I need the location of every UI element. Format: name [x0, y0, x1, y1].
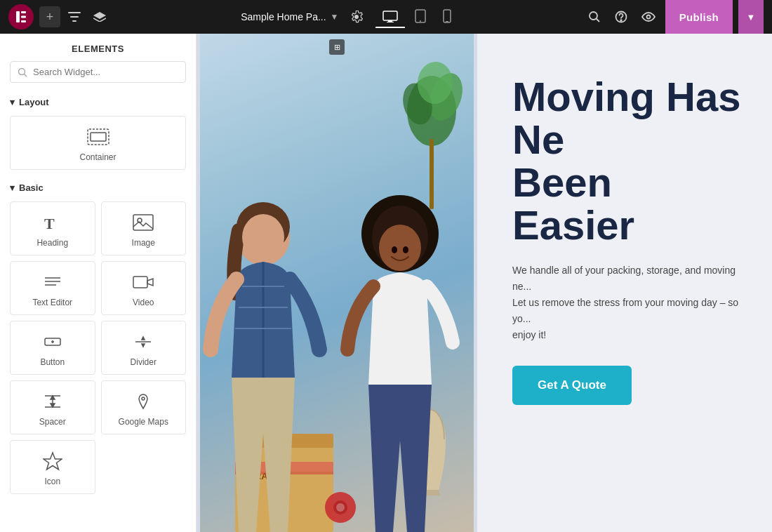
layout-section-arrow-icon: ▾	[10, 97, 15, 107]
top-bar: + Sample Home Pa... ▼	[0, 0, 772, 34]
right-content-panel: Moving Has NeBeen Easier We handle all o…	[477, 34, 772, 532]
video-label: Video	[133, 298, 154, 307]
svg-rect-3	[21, 20, 26, 22]
svg-rect-23	[91, 133, 106, 141]
heading-label: Heading	[36, 238, 68, 248]
settings-icon[interactable]	[346, 6, 367, 27]
video-icon	[131, 272, 156, 293]
widget-heading[interactable]: T Heading	[10, 201, 95, 255]
spacer-label: Spacer	[39, 417, 66, 427]
svg-rect-30	[133, 277, 147, 288]
page-name-button[interactable]: Sample Home Pa... ▼	[234, 7, 345, 27]
page-name-chevron-icon: ▼	[331, 12, 339, 22]
canvas-frame-wrapper: FRAGILE	[197, 34, 477, 532]
svg-line-21	[25, 74, 27, 77]
layout-widget-grid: Container	[0, 113, 196, 177]
publish-button[interactable]: Publish	[665, 0, 733, 34]
widget-container[interactable]: Container	[10, 116, 186, 170]
button-label: Button	[40, 357, 65, 367]
svg-point-67	[392, 246, 397, 253]
widget-button[interactable]: Button	[10, 321, 95, 375]
widget-google-maps[interactable]: Google Maps	[101, 380, 187, 434]
svg-rect-13	[444, 10, 451, 22]
divider-icon	[131, 331, 156, 352]
svg-marker-42	[44, 453, 62, 470]
svg-point-18	[620, 20, 622, 21]
tablet-view-button[interactable]	[408, 5, 433, 29]
widget-spacer[interactable]: Spacer	[10, 380, 95, 434]
svg-rect-4	[68, 12, 81, 13]
publish-dropdown-button[interactable]: ▼	[738, 0, 764, 34]
top-bar-icons-group	[66, 8, 108, 25]
google-maps-icon	[131, 391, 156, 412]
text-editor-icon	[40, 272, 65, 293]
elementor-logo[interactable]	[8, 4, 34, 29]
svg-rect-25	[133, 215, 153, 230]
widget-image[interactable]: Image	[101, 201, 187, 255]
canvas-frame: FRAGILE	[200, 34, 474, 532]
svg-rect-10	[387, 22, 394, 22]
mobile-view-button[interactable]	[436, 5, 458, 29]
layers-icon[interactable]	[91, 8, 108, 25]
svg-marker-7	[93, 12, 106, 19]
device-icons-group	[375, 5, 458, 29]
top-bar-right: Publish ▼	[584, 0, 764, 34]
spacer-icon	[40, 391, 65, 412]
svg-text:T: T	[44, 215, 55, 232]
main-layout: Elements ▾ Layout	[0, 34, 772, 532]
basic-section-header[interactable]: ▾ Basic	[0, 177, 196, 199]
canvas-area: FRAGILE	[197, 34, 772, 532]
widget-text-editor[interactable]: Text Editor	[10, 261, 95, 315]
basic-widget-grid: T Heading Image	[0, 199, 196, 501]
image-icon	[131, 212, 156, 233]
svg-rect-9	[388, 20, 392, 22]
heading-icon: T	[40, 212, 65, 233]
svg-point-41	[142, 397, 145, 400]
text-editor-label: Text Editor	[32, 298, 72, 307]
elements-sidebar: Elements ▾ Layout	[0, 34, 197, 532]
layout-section-header[interactable]: ▾ Layout	[0, 91, 196, 113]
search-bar[interactable]	[10, 61, 186, 83]
container-label: Container	[79, 152, 116, 162]
svg-point-19	[646, 15, 650, 19]
widget-icon[interactable]: Icon	[10, 440, 95, 494]
widget-divider[interactable]: Divider	[101, 321, 187, 375]
search-widget-input[interactable]	[33, 67, 178, 77]
top-bar-center: Sample Home Pa... ▼	[114, 5, 578, 29]
search-icon[interactable]	[584, 6, 605, 27]
basic-section-arrow-icon: ▾	[10, 182, 15, 193]
widget-video[interactable]: Video	[101, 261, 187, 315]
basic-section-label: Basic	[19, 182, 44, 193]
add-element-button[interactable]: +	[39, 6, 60, 27]
divider-label: Divider	[131, 357, 157, 367]
cta-button[interactable]: Get A Quote	[512, 366, 632, 405]
svg-rect-2	[21, 16, 26, 18]
svg-marker-31	[147, 279, 153, 286]
svg-rect-1	[21, 11, 26, 13]
svg-point-66	[379, 225, 421, 271]
search-bar-icon	[18, 67, 27, 77]
svg-point-12	[420, 20, 421, 22]
svg-rect-8	[383, 11, 397, 20]
woman-left-figure	[200, 167, 347, 532]
resize-handle[interactable]: ⊞	[329, 39, 345, 55]
svg-point-20	[19, 68, 25, 74]
filter-icon[interactable]	[66, 8, 83, 25]
layout-section-label: Layout	[19, 97, 49, 107]
hero-heading: Moving Has NeBeen Easier	[512, 76, 744, 247]
svg-marker-35	[142, 344, 145, 347]
svg-marker-34	[142, 337, 145, 340]
svg-rect-5	[70, 16, 79, 18]
help-icon[interactable]	[611, 6, 632, 27]
woman-right-figure	[330, 181, 470, 532]
hero-subtext: We handle all of your packing, storage, …	[512, 262, 744, 343]
image-label: Image	[132, 238, 155, 248]
desktop-view-button[interactable]	[375, 6, 405, 28]
icon-label: Icon	[44, 477, 60, 486]
preview-icon[interactable]	[637, 8, 660, 26]
container-icon	[86, 126, 111, 147]
svg-point-59	[242, 214, 284, 260]
sidebar-title: Elements	[0, 34, 196, 61]
icon-widget-icon	[40, 451, 65, 472]
svg-point-68	[403, 246, 408, 253]
